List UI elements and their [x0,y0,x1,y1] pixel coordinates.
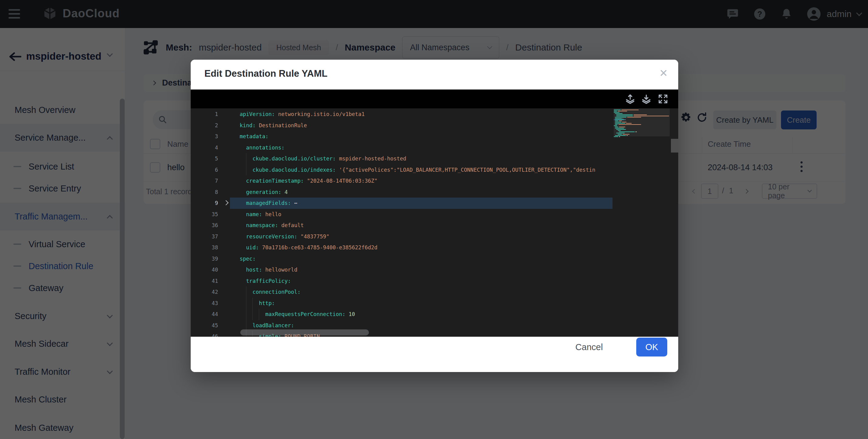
code-line[interactable]: connectionPool: [240,287,301,298]
minimap-line [619,121,622,121]
line-number: 46 [191,331,218,337]
code-line[interactable]: trafficPolicy: [240,275,291,287]
line-number: 3 [191,131,218,142]
code-line[interactable]: resourceVersion: "4837759" [240,231,330,242]
minimap-line [626,123,632,124]
line-number: 44 [191,309,218,320]
minimap-line [616,114,633,115]
cancel-button[interactable]: Cancel [574,342,604,353]
line-number: 4 [191,142,218,153]
line-number: 6 [191,165,218,176]
line-number: 45 [191,320,218,331]
line-number: 7 [191,175,218,186]
minimap-line [615,127,618,127]
modal-header: Edit Destination Rule YAML ✕ [191,60,678,89]
code-line[interactable]: name: hello [240,209,281,220]
minimap-line [615,118,622,119]
code-line[interactable]: ckube.daocloud.io/indexes: '{"activePoli… [240,165,595,176]
minimap-line [623,134,629,135]
minimap-line [615,124,617,125]
minimap-line [616,133,624,133]
code-line[interactable]: host: helloworld [240,264,298,275]
minimap-line [615,123,625,124]
line-number: 8 [191,186,218,198]
code-line[interactable]: http: [240,298,275,309]
minimap-line [614,110,621,110]
minimap-line [614,125,617,126]
code-line[interactable]: spec: [240,253,256,265]
line-number: 39 [191,253,218,265]
editor-vertical-scrollbar[interactable] [671,139,678,152]
minimap-line [636,131,637,132]
code-line[interactable]: apiVersion: networking.istio.io/v1beta1 [240,109,365,120]
ok-button[interactable]: OK [636,338,667,356]
line-number: 37 [191,231,218,242]
minimap-line [633,114,647,115]
minimap-line [619,137,620,137]
minimap-line [619,131,635,132]
minimap-line [614,111,617,111]
code-line[interactable]: ckube.daocloud.io/cluster: mspider-hoste… [240,153,406,165]
minimap-line [615,119,624,120]
minimap-line [618,111,627,111]
line-number: 36 [191,220,218,231]
code-line[interactable]: annotations: [240,142,285,153]
close-icon[interactable]: ✕ [659,67,668,79]
minimap-line [627,117,641,118]
code-line[interactable]: uid: 70a1716b-ce63-4785-9400-e385622f6d2… [240,242,377,253]
fold-chevron-icon[interactable] [223,200,229,205]
code-line[interactable]: managedFields: ⋯ [240,198,297,209]
line-number: 5 [191,153,218,165]
minimap-line [615,113,623,114]
line-number: 2 [191,120,218,131]
editor-code[interactable]: apiVersion: networking.istio.io/v1beta1k… [240,108,613,337]
minimap-line [615,135,626,136]
upload-icon[interactable] [625,94,636,105]
minimap-line [615,121,618,121]
code-line[interactable]: kind: DestinationRule [240,120,307,131]
minimap-line [621,110,639,110]
line-number: 40 [191,264,218,275]
code-line[interactable]: maxRequestsPerConnection: 10 [240,309,355,320]
minimap-line [616,116,633,116]
download-icon[interactable] [641,94,652,105]
line-number: 41 [191,275,218,287]
minimap-line [633,116,669,116]
line-number: 42 [191,287,218,298]
code-line[interactable]: creationTimestamp: "2024-08-14T06:03:36Z… [240,175,377,186]
minimap-line [615,117,626,118]
yaml-editor[interactable]: 123456789353637383940414243444546 apiVer… [191,108,678,337]
line-number: 1 [191,109,218,120]
minimap-line [615,122,621,122]
editor-minimap[interactable] [614,108,670,337]
fullscreen-icon[interactable] [658,94,669,105]
line-number: 35 [191,209,218,220]
code-line[interactable]: generation: 4 [240,186,288,198]
line-number: 38 [191,242,218,253]
code-line[interactable]: namespace: default [240,220,304,231]
modal-footer [191,337,678,372]
edit-yaml-modal: Edit Destination Rule YAML ✕ [191,60,678,372]
line-number: 43 [191,298,218,309]
minimap-line [618,134,622,135]
minimap-line [618,124,642,125]
minimap-line [622,122,626,122]
minimap-line [614,137,618,137]
screen: DaoCloud ? [0,0,868,439]
editor-toolbar [191,89,678,108]
minimap-line [614,112,620,113]
line-number: 9 [191,198,218,209]
code-line[interactable]: metadata: [240,131,269,142]
minimap-line [618,130,621,131]
minimap-line [615,128,624,128]
editor-horizontal-scrollbar[interactable] [240,329,369,335]
minimap-line [616,129,626,130]
minimap-line [619,127,625,127]
modal-title: Edit Destination Rule YAML [205,68,328,79]
